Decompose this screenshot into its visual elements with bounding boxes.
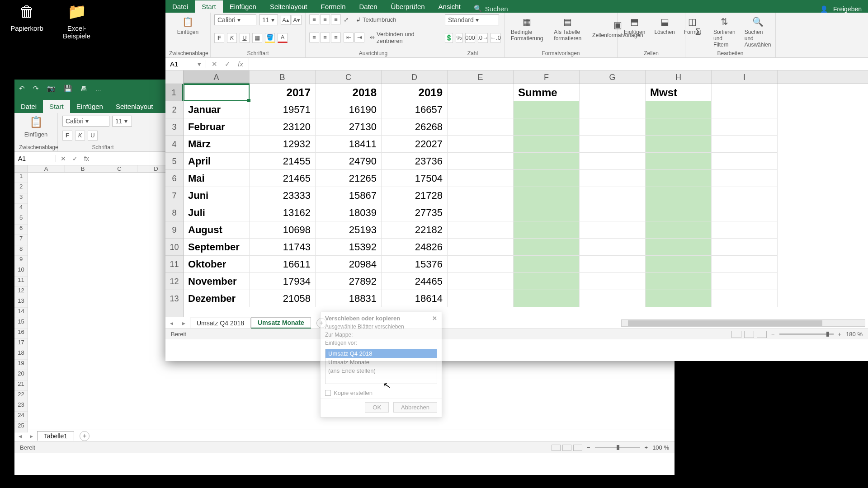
- cell[interactable]: 18411: [316, 136, 382, 153]
- cancel-formula-icon[interactable]: ✕: [61, 155, 66, 162]
- cell[interactable]: [712, 204, 778, 221]
- row-header[interactable]: 9: [165, 221, 183, 239]
- ribbon-tab-datei[interactable]: Datei: [165, 0, 195, 13]
- autosum-button[interactable]: Σ: [689, 24, 707, 39]
- col-header-h[interactable]: H: [646, 70, 712, 84]
- cell[interactable]: 18039: [316, 204, 382, 221]
- select-all-corner[interactable]: [165, 70, 184, 84]
- cell[interactable]: 19571: [250, 101, 316, 118]
- ribbon-tab-start[interactable]: Start: [195, 0, 223, 13]
- grid-front[interactable]: A B C D E F G H I 12345678910111213 2017…: [165, 70, 868, 317]
- cell[interactable]: 27892: [316, 273, 382, 290]
- cell[interactable]: [646, 290, 712, 307]
- cell[interactable]: 24826: [382, 239, 448, 256]
- view-pagebreak-icon[interactable]: [757, 331, 767, 338]
- cell[interactable]: [580, 101, 646, 118]
- col-header-e[interactable]: E: [448, 70, 514, 84]
- cell[interactable]: 21455: [250, 153, 316, 170]
- row-header[interactable]: 20: [14, 370, 28, 380]
- cell[interactable]: [514, 136, 580, 153]
- cell[interactable]: [646, 187, 712, 204]
- font-name-combo[interactable]: Calibri▾: [214, 14, 256, 25]
- paste-icon[interactable]: 📋: [29, 116, 43, 128]
- ribbon-tab-ueberpruefen[interactable]: Überprüfen: [384, 0, 432, 13]
- row-header[interactable]: 1: [165, 84, 183, 101]
- row-header[interactable]: 18: [14, 349, 28, 360]
- row-header[interactable]: 5: [165, 153, 183, 170]
- cell[interactable]: [448, 273, 514, 290]
- cell[interactable]: [448, 256, 514, 273]
- list-item[interactable]: Umsatz Monate: [326, 358, 437, 366]
- user-icon[interactable]: 👤: [820, 5, 828, 13]
- qat-redo-icon[interactable]: ↷: [33, 84, 39, 93]
- cell[interactable]: August: [184, 221, 250, 239]
- list-item[interactable]: (ans Ende stellen): [326, 366, 437, 375]
- indent-decrease-icon[interactable]: ⇤: [344, 33, 354, 42]
- font-name-combo[interactable]: Calibri▾: [62, 116, 109, 127]
- cell[interactable]: 2017: [250, 84, 316, 101]
- cell[interactable]: [712, 290, 778, 307]
- row-header[interactable]: 12: [165, 273, 183, 290]
- cell[interactable]: [448, 84, 514, 101]
- cell[interactable]: 2019: [382, 84, 448, 101]
- ribbon-tab-einfuegen[interactable]: Einfügen: [70, 100, 109, 113]
- cell[interactable]: [514, 256, 580, 273]
- view-normal-icon[interactable]: [552, 445, 561, 451]
- cell[interactable]: [514, 221, 580, 239]
- name-box[interactable]: A1▾: [165, 60, 206, 68]
- align-top-icon[interactable]: ≡: [309, 14, 319, 24]
- inc-decimal-icon[interactable]: .0→: [478, 33, 488, 43]
- row-header[interactable]: 11: [165, 256, 183, 273]
- cell[interactable]: 11743: [250, 239, 316, 256]
- cell[interactable]: 15376: [382, 256, 448, 273]
- cell[interactable]: [580, 170, 646, 187]
- underline-button[interactable]: U: [240, 33, 250, 43]
- row-headers-back[interactable]: 1234567891011121314151617181920212223242…: [14, 173, 28, 432]
- cell[interactable]: 15392: [316, 239, 382, 256]
- row-header[interactable]: 19: [14, 360, 28, 370]
- zoom-in-icon[interactable]: +: [838, 331, 842, 338]
- cell[interactable]: 24465: [382, 273, 448, 290]
- cell[interactable]: [646, 136, 712, 153]
- cell[interactable]: [712, 101, 778, 118]
- conditional-formatting-button[interactable]: ▦Bedingte Formatierung: [508, 14, 546, 42]
- accept-formula-icon[interactable]: ✓: [225, 60, 231, 68]
- qat-save-icon[interactable]: 💾: [64, 84, 72, 93]
- cell[interactable]: [514, 204, 580, 221]
- cell[interactable]: November: [184, 273, 250, 290]
- row-header[interactable]: 23: [14, 401, 28, 412]
- cell[interactable]: [448, 101, 514, 118]
- sheet-nav-next-icon[interactable]: ▸: [182, 319, 185, 327]
- cell[interactable]: 18614: [382, 290, 448, 307]
- cell[interactable]: [712, 239, 778, 256]
- percent-icon[interactable]: %: [456, 33, 462, 43]
- cancel-formula-icon[interactable]: ✕: [212, 60, 217, 68]
- row-header[interactable]: 5: [14, 214, 28, 225]
- col-header-i[interactable]: I: [712, 70, 778, 84]
- italic-button[interactable]: K: [227, 33, 237, 43]
- zoom-value[interactable]: 180 %: [846, 331, 863, 338]
- cell[interactable]: 22182: [382, 221, 448, 239]
- desktop-icon-folder[interactable]: 📁 Excel-Beispiele: [55, 0, 98, 40]
- col-header-b[interactable]: B: [250, 70, 316, 84]
- col-header-g[interactable]: G: [580, 70, 646, 84]
- zoom-out-icon[interactable]: −: [587, 444, 590, 451]
- cell[interactable]: Juli: [184, 204, 250, 221]
- cell[interactable]: [646, 221, 712, 239]
- row-header[interactable]: 1: [14, 173, 28, 183]
- cell[interactable]: [514, 290, 580, 307]
- cell[interactable]: 24790: [316, 153, 382, 170]
- row-header[interactable]: 3: [165, 118, 183, 136]
- row-header[interactable]: 17: [14, 339, 28, 349]
- paste-button[interactable]: 📋 Einfügen: [169, 14, 207, 36]
- cell[interactable]: [514, 118, 580, 136]
- qat-undo-icon[interactable]: ↶: [19, 84, 25, 93]
- cell[interactable]: Summe: [514, 84, 580, 101]
- ribbon-tab-ansicht[interactable]: Ansicht: [432, 0, 467, 13]
- insert-cells-button[interactable]: ⬒Einfügen: [621, 14, 648, 36]
- sheet-tab[interactable]: Tabelle1: [37, 431, 74, 441]
- cell[interactable]: [712, 221, 778, 239]
- cell[interactable]: 23333: [250, 187, 316, 204]
- cell[interactable]: [646, 101, 712, 118]
- thousands-icon[interactable]: 000: [465, 33, 475, 43]
